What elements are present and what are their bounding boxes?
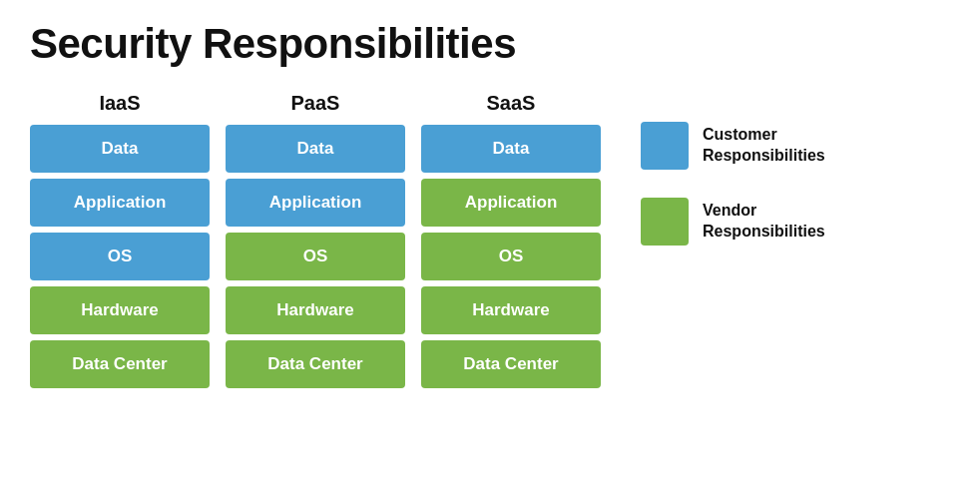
block-saas-os: OS	[421, 233, 601, 280]
column-iaas: IaaSDataApplicationOSHardwareData Center	[30, 92, 210, 388]
blocks-saas: DataApplicationOSHardwareData Center	[421, 125, 601, 388]
block-iaas-data-center: Data Center	[30, 340, 210, 388]
col-header-iaas: IaaS	[99, 92, 140, 115]
col-header-saas: SaaS	[487, 92, 536, 115]
legend-swatch-green	[641, 198, 689, 246]
legend-swatch-blue	[641, 122, 689, 170]
block-iaas-hardware: Hardware	[30, 286, 210, 334]
block-paas-data: Data	[226, 125, 405, 173]
diagram-wrapper: IaaSDataApplicationOSHardwareData Center…	[30, 92, 950, 388]
block-iaas-application: Application	[30, 179, 210, 227]
page-title: Security Responsibilities	[30, 20, 950, 68]
block-paas-os: OS	[226, 233, 405, 280]
block-saas-application: Application	[421, 179, 601, 227]
block-paas-data-center: Data Center	[226, 340, 405, 388]
col-header-paas: PaaS	[291, 92, 340, 115]
legend-label-green: Vendor Responsibilities	[703, 201, 825, 243]
block-saas-hardware: Hardware	[421, 286, 601, 334]
legend-label-blue: Customer Responsibilities	[703, 125, 825, 167]
legend-area: Customer ResponsibilitiesVendor Responsi…	[641, 92, 825, 246]
blocks-iaas: DataApplicationOSHardwareData Center	[30, 125, 210, 388]
legend-item-blue: Customer Responsibilities	[641, 122, 825, 170]
column-saas: SaaSDataApplicationOSHardwareData Center	[421, 92, 601, 388]
columns-area: IaaSDataApplicationOSHardwareData Center…	[30, 92, 601, 388]
block-paas-hardware: Hardware	[226, 286, 405, 334]
block-iaas-data: Data	[30, 125, 210, 173]
block-saas-data: Data	[421, 125, 601, 173]
column-paas: PaaSDataApplicationOSHardwareData Center	[226, 92, 405, 388]
legend-item-green: Vendor Responsibilities	[641, 198, 825, 246]
block-iaas-os: OS	[30, 233, 210, 280]
blocks-paas: DataApplicationOSHardwareData Center	[226, 125, 405, 388]
block-paas-application: Application	[226, 179, 405, 227]
block-saas-data-center: Data Center	[421, 340, 601, 388]
